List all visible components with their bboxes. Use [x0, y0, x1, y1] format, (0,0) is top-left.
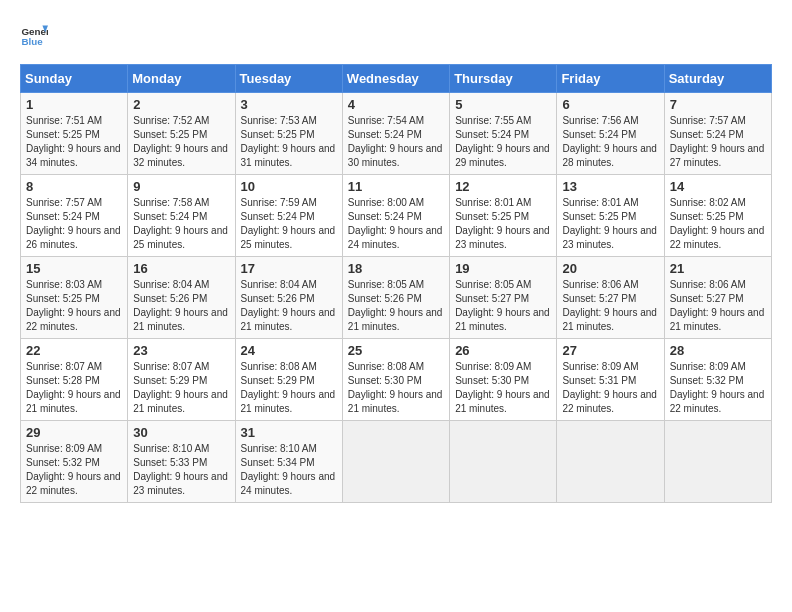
- cell-info: Sunrise: 8:06 AMSunset: 5:27 PMDaylight:…: [562, 278, 658, 334]
- cell-info: Sunrise: 8:04 AMSunset: 5:26 PMDaylight:…: [133, 278, 229, 334]
- weekday-header-friday: Friday: [557, 65, 664, 93]
- day-number: 22: [26, 343, 122, 358]
- svg-text:Blue: Blue: [21, 36, 43, 47]
- day-number: 21: [670, 261, 766, 276]
- day-number: 13: [562, 179, 658, 194]
- calendar-cell: 12 Sunrise: 8:01 AMSunset: 5:25 PMDaylig…: [450, 175, 557, 257]
- cell-info: Sunrise: 8:07 AMSunset: 5:29 PMDaylight:…: [133, 360, 229, 416]
- calendar-cell: 1 Sunrise: 7:51 AMSunset: 5:25 PMDayligh…: [21, 93, 128, 175]
- day-number: 27: [562, 343, 658, 358]
- calendar-cell: 4 Sunrise: 7:54 AMSunset: 5:24 PMDayligh…: [342, 93, 449, 175]
- day-number: 31: [241, 425, 337, 440]
- calendar-cell: 31 Sunrise: 8:10 AMSunset: 5:34 PMDaylig…: [235, 421, 342, 503]
- day-number: 7: [670, 97, 766, 112]
- calendar-cell: 7 Sunrise: 7:57 AMSunset: 5:24 PMDayligh…: [664, 93, 771, 175]
- calendar-cell: 5 Sunrise: 7:55 AMSunset: 5:24 PMDayligh…: [450, 93, 557, 175]
- day-number: 29: [26, 425, 122, 440]
- calendar-cell: 11 Sunrise: 8:00 AMSunset: 5:24 PMDaylig…: [342, 175, 449, 257]
- day-number: 17: [241, 261, 337, 276]
- calendar-cell: 2 Sunrise: 7:52 AMSunset: 5:25 PMDayligh…: [128, 93, 235, 175]
- cell-info: Sunrise: 7:59 AMSunset: 5:24 PMDaylight:…: [241, 196, 337, 252]
- calendar-cell: 10 Sunrise: 7:59 AMSunset: 5:24 PMDaylig…: [235, 175, 342, 257]
- day-number: 25: [348, 343, 444, 358]
- weekday-header-wednesday: Wednesday: [342, 65, 449, 93]
- day-number: 26: [455, 343, 551, 358]
- cell-info: Sunrise: 8:04 AMSunset: 5:26 PMDaylight:…: [241, 278, 337, 334]
- calendar-cell: [450, 421, 557, 503]
- cell-info: Sunrise: 7:56 AMSunset: 5:24 PMDaylight:…: [562, 114, 658, 170]
- day-number: 10: [241, 179, 337, 194]
- calendar-cell: 18 Sunrise: 8:05 AMSunset: 5:26 PMDaylig…: [342, 257, 449, 339]
- calendar-cell: 9 Sunrise: 7:58 AMSunset: 5:24 PMDayligh…: [128, 175, 235, 257]
- calendar-cell: 30 Sunrise: 8:10 AMSunset: 5:33 PMDaylig…: [128, 421, 235, 503]
- calendar-cell: 16 Sunrise: 8:04 AMSunset: 5:26 PMDaylig…: [128, 257, 235, 339]
- day-number: 9: [133, 179, 229, 194]
- calendar-cell: 23 Sunrise: 8:07 AMSunset: 5:29 PMDaylig…: [128, 339, 235, 421]
- day-number: 23: [133, 343, 229, 358]
- day-number: 12: [455, 179, 551, 194]
- day-number: 2: [133, 97, 229, 112]
- cell-info: Sunrise: 7:57 AMSunset: 5:24 PMDaylight:…: [26, 196, 122, 252]
- calendar-cell: [342, 421, 449, 503]
- day-number: 15: [26, 261, 122, 276]
- weekday-header-sunday: Sunday: [21, 65, 128, 93]
- cell-info: Sunrise: 7:51 AMSunset: 5:25 PMDaylight:…: [26, 114, 122, 170]
- cell-info: Sunrise: 8:03 AMSunset: 5:25 PMDaylight:…: [26, 278, 122, 334]
- cell-info: Sunrise: 7:57 AMSunset: 5:24 PMDaylight:…: [670, 114, 766, 170]
- day-number: 4: [348, 97, 444, 112]
- cell-info: Sunrise: 8:09 AMSunset: 5:32 PMDaylight:…: [670, 360, 766, 416]
- day-number: 18: [348, 261, 444, 276]
- cell-info: Sunrise: 8:02 AMSunset: 5:25 PMDaylight:…: [670, 196, 766, 252]
- calendar-table: SundayMondayTuesdayWednesdayThursdayFrid…: [20, 64, 772, 503]
- cell-info: Sunrise: 8:08 AMSunset: 5:29 PMDaylight:…: [241, 360, 337, 416]
- cell-info: Sunrise: 7:53 AMSunset: 5:25 PMDaylight:…: [241, 114, 337, 170]
- calendar-cell: [557, 421, 664, 503]
- logo: General Blue: [20, 20, 48, 48]
- cell-info: Sunrise: 8:01 AMSunset: 5:25 PMDaylight:…: [455, 196, 551, 252]
- cell-info: Sunrise: 7:58 AMSunset: 5:24 PMDaylight:…: [133, 196, 229, 252]
- cell-info: Sunrise: 7:54 AMSunset: 5:24 PMDaylight:…: [348, 114, 444, 170]
- cell-info: Sunrise: 8:01 AMSunset: 5:25 PMDaylight:…: [562, 196, 658, 252]
- calendar-cell: 25 Sunrise: 8:08 AMSunset: 5:30 PMDaylig…: [342, 339, 449, 421]
- cell-info: Sunrise: 8:05 AMSunset: 5:27 PMDaylight:…: [455, 278, 551, 334]
- calendar-cell: 17 Sunrise: 8:04 AMSunset: 5:26 PMDaylig…: [235, 257, 342, 339]
- calendar-cell: 28 Sunrise: 8:09 AMSunset: 5:32 PMDaylig…: [664, 339, 771, 421]
- day-number: 19: [455, 261, 551, 276]
- day-number: 16: [133, 261, 229, 276]
- cell-info: Sunrise: 8:09 AMSunset: 5:32 PMDaylight:…: [26, 442, 122, 498]
- calendar-cell: 24 Sunrise: 8:08 AMSunset: 5:29 PMDaylig…: [235, 339, 342, 421]
- calendar-cell: [664, 421, 771, 503]
- weekday-header-tuesday: Tuesday: [235, 65, 342, 93]
- calendar-cell: 22 Sunrise: 8:07 AMSunset: 5:28 PMDaylig…: [21, 339, 128, 421]
- calendar-cell: 8 Sunrise: 7:57 AMSunset: 5:24 PMDayligh…: [21, 175, 128, 257]
- calendar-cell: 21 Sunrise: 8:06 AMSunset: 5:27 PMDaylig…: [664, 257, 771, 339]
- day-number: 1: [26, 97, 122, 112]
- calendar-cell: 14 Sunrise: 8:02 AMSunset: 5:25 PMDaylig…: [664, 175, 771, 257]
- day-number: 5: [455, 97, 551, 112]
- day-number: 20: [562, 261, 658, 276]
- day-number: 24: [241, 343, 337, 358]
- weekday-header-thursday: Thursday: [450, 65, 557, 93]
- calendar-cell: 13 Sunrise: 8:01 AMSunset: 5:25 PMDaylig…: [557, 175, 664, 257]
- cell-info: Sunrise: 7:52 AMSunset: 5:25 PMDaylight:…: [133, 114, 229, 170]
- calendar-cell: 19 Sunrise: 8:05 AMSunset: 5:27 PMDaylig…: [450, 257, 557, 339]
- calendar-cell: 15 Sunrise: 8:03 AMSunset: 5:25 PMDaylig…: [21, 257, 128, 339]
- weekday-header-saturday: Saturday: [664, 65, 771, 93]
- day-number: 28: [670, 343, 766, 358]
- cell-info: Sunrise: 8:08 AMSunset: 5:30 PMDaylight:…: [348, 360, 444, 416]
- cell-info: Sunrise: 8:05 AMSunset: 5:26 PMDaylight:…: [348, 278, 444, 334]
- calendar-cell: 6 Sunrise: 7:56 AMSunset: 5:24 PMDayligh…: [557, 93, 664, 175]
- calendar-cell: 26 Sunrise: 8:09 AMSunset: 5:30 PMDaylig…: [450, 339, 557, 421]
- page-header: General Blue: [20, 20, 772, 48]
- cell-info: Sunrise: 8:10 AMSunset: 5:33 PMDaylight:…: [133, 442, 229, 498]
- cell-info: Sunrise: 8:10 AMSunset: 5:34 PMDaylight:…: [241, 442, 337, 498]
- cell-info: Sunrise: 8:06 AMSunset: 5:27 PMDaylight:…: [670, 278, 766, 334]
- cell-info: Sunrise: 8:09 AMSunset: 5:31 PMDaylight:…: [562, 360, 658, 416]
- calendar-cell: 27 Sunrise: 8:09 AMSunset: 5:31 PMDaylig…: [557, 339, 664, 421]
- day-number: 3: [241, 97, 337, 112]
- day-number: 30: [133, 425, 229, 440]
- weekday-header-monday: Monday: [128, 65, 235, 93]
- cell-info: Sunrise: 7:55 AMSunset: 5:24 PMDaylight:…: [455, 114, 551, 170]
- day-number: 11: [348, 179, 444, 194]
- cell-info: Sunrise: 8:00 AMSunset: 5:24 PMDaylight:…: [348, 196, 444, 252]
